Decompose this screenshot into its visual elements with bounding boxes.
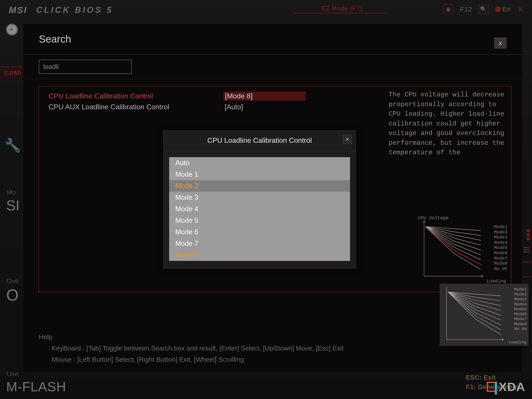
si-big: SI <box>6 197 19 214</box>
ez-mode-button[interactable]: EZ Mode (F7) <box>304 4 380 13</box>
dropdown-item[interactable]: Mode 7 <box>169 238 350 249</box>
graph-legend: Mode1 Mode2 Mode3 Mode4 Mode5 Mode6 Mode… <box>494 224 507 271</box>
globe-icon <box>495 6 501 12</box>
language-toggle[interactable]: En <box>495 6 511 13</box>
result-label: CPU AUX Loadline Calibration Control <box>49 103 224 111</box>
result-row[interactable]: CPU Loadline Calibration Control [Mode 8… <box>49 90 382 102</box>
result-value: [Mode 8] <box>224 92 306 101</box>
tooltip-xlabel: Loading <box>509 340 526 345</box>
watermark-icon <box>487 382 497 392</box>
search-icon[interactable]: 🔍 <box>479 4 488 14</box>
gaming-tab[interactable]: GAMI <box>0 66 27 79</box>
dropdown-title: CPU Loadline Calibration Control ✕ <box>163 131 356 151</box>
watermark-text: XDA <box>499 380 525 394</box>
dropdown-item[interactable]: Mode 3 <box>169 192 350 203</box>
topbar-right: ◉ F12 🔍 En × <box>443 4 523 15</box>
dropdown-list[interactable]: Auto Mode 1 Mode 2 Mode 3 Mode 4 Mode 5 … <box>169 157 350 261</box>
search-title: Search <box>39 33 71 45</box>
dropdown-item[interactable]: Mode 5 <box>169 215 350 226</box>
dropdown-close-button[interactable]: ✕ <box>343 135 352 144</box>
llc-graph: CPU Voltage Loading Mode1 Mode2 <box>417 216 507 283</box>
xda-watermark: XDA <box>487 380 525 394</box>
help-label: Help <box>39 331 509 342</box>
use-label: Use <box>7 370 18 378</box>
result-label: CPU Loadline Calibration Control <box>49 92 224 100</box>
mflash-button[interactable]: M-FLASH <box>6 379 66 394</box>
product-title: CLICK BIOS 5 <box>36 5 113 15</box>
help-mouse: Mouse : [Left Button] Select, [Right But… <box>39 354 509 365</box>
llc-tooltip-graph: Mode1 Mode2 Mode3 Mode4 Mode5 Mode6 Mode… <box>440 284 528 346</box>
llc-dropdown: CPU Loadline Calibration Control ✕ Auto … <box>163 130 356 269</box>
oc-big: O <box>6 286 19 304</box>
right-dots <box>527 228 530 241</box>
close-search-button[interactable]: x <box>494 38 507 49</box>
close-icon[interactable]: × <box>517 4 523 15</box>
settings-icon[interactable]: 🔧 <box>4 137 21 153</box>
help-footer: Help KeyBoard : [Tab] Toggle between Sea… <box>39 331 509 365</box>
llc-svg <box>417 216 507 283</box>
mo-label: Mo <box>7 188 16 196</box>
camera-icon[interactable]: ◉ <box>443 4 453 14</box>
brand-logo: MSI <box>9 5 27 15</box>
dropdown-item[interactable]: Mode 1 <box>169 169 350 180</box>
help-keyboard: KeyBoard : [Tab] Toggle between Search b… <box>39 342 509 354</box>
tooltip-legend: Mode1 Mode2 Mode3 Mode4 Mode5 Mode6 Mode… <box>514 287 527 331</box>
right-bars <box>524 246 530 254</box>
result-value: [Auto] <box>224 103 306 111</box>
dropdown-item[interactable]: Mode 8 <box>169 249 350 261</box>
dropdown-item[interactable]: Mode 2 <box>169 180 350 192</box>
result-row[interactable]: CPU AUX Loadline Calibration Control [Au… <box>49 102 382 112</box>
dropdown-item[interactable]: Mode 4 <box>169 203 350 215</box>
ove-label: Ove <box>7 277 19 285</box>
language-label: En <box>502 6 511 13</box>
dropdown-item[interactable]: Mode 6 <box>169 226 350 238</box>
clock-icon: 🕘 <box>5 23 19 36</box>
dropdown-item[interactable]: Auto <box>169 157 350 169</box>
search-input[interactable] <box>39 60 132 74</box>
red-stripe <box>521 262 532 277</box>
screenshot-key: F12 <box>460 6 472 13</box>
